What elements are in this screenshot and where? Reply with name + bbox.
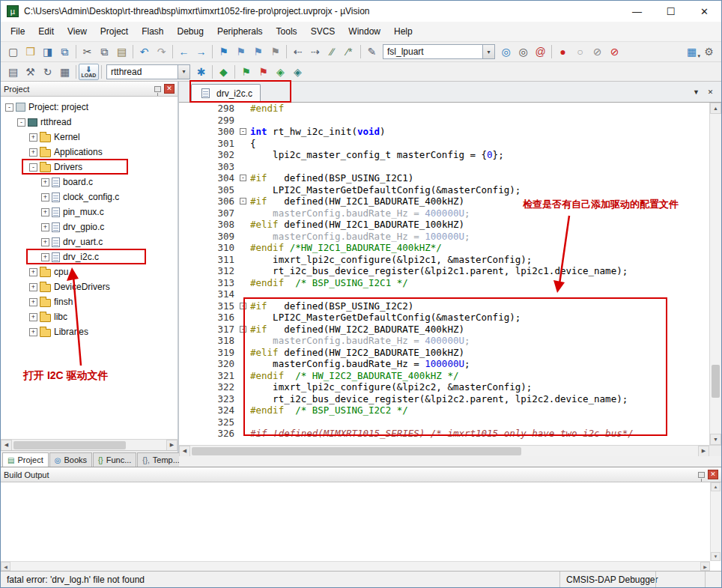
scroll-thumb[interactable] (712, 365, 720, 398)
scroll-left-icon[interactable]: ◀ (179, 446, 190, 457)
panel-tab-project[interactable]: ▤Project (2, 452, 49, 467)
scroll-up-icon[interactable]: ▲ (711, 482, 721, 491)
code-line[interactable]: 304-#if defined(BSP_USING_I2C1) (179, 172, 709, 184)
disable-all-breakpoints-icon[interactable]: ⊘ (589, 43, 606, 60)
build-icon[interactable]: ⚒ (22, 64, 39, 80)
rebuild-icon[interactable]: ↻ (39, 64, 56, 80)
configure-icon[interactable]: ⚙ (700, 43, 718, 60)
code-line[interactable]: 300-int rt_hw_i2c_init(void) (179, 126, 709, 138)
cut-icon[interactable]: ✂ (79, 43, 96, 60)
code-line[interactable]: 308#elif defined(HW_I2C1_BADURATE_100kHZ… (179, 219, 709, 231)
close-button[interactable]: ✕ (688, 1, 721, 22)
manage-rte-icon[interactable]: ◆ (215, 64, 232, 80)
comment-icon[interactable]: ∕∕ (324, 43, 341, 60)
tree-item-finsh[interactable]: +finsh (1, 294, 178, 309)
code-line[interactable]: 298#endif (179, 103, 709, 115)
tree-expander-icon[interactable]: + (29, 283, 37, 291)
code-editor[interactable]: 298#endif299300-int rt_hw_i2c_init(void)… (179, 103, 721, 445)
code-line[interactable]: 316 LPI2C_MasterGetDefaultConfig(&master… (179, 312, 709, 324)
code-area[interactable]: 298#endif299300-int rt_hw_i2c_init(void)… (179, 103, 709, 445)
search-combo-value[interactable]: fsl_lpuart (383, 45, 482, 58)
fold-margin[interactable] (237, 242, 250, 254)
kill-all-breakpoints-icon[interactable]: ⊘ (606, 43, 623, 60)
fold-margin[interactable] (237, 347, 250, 359)
tree-expander-icon[interactable]: + (29, 298, 37, 306)
bookmark-clear-icon[interactable]: ⚑ (267, 43, 284, 60)
fold-margin[interactable] (237, 416, 250, 428)
new-file-icon[interactable]: ▢ (4, 43, 22, 60)
menu-project[interactable]: Project (94, 22, 135, 40)
code-line[interactable]: 321#endif /* HW_I2C2_BADURATE_400kHZ */ (179, 370, 709, 382)
insert-breakpoint-icon[interactable]: ● (554, 43, 571, 60)
fold-margin[interactable] (237, 115, 250, 127)
find-icon[interactable]: ◎ (515, 43, 532, 60)
fold-margin[interactable] (237, 381, 250, 393)
fold-margin[interactable] (237, 288, 250, 300)
navigate-back-icon[interactable]: ← (175, 43, 192, 60)
bookmark-toggle-icon[interactable]: ⚑ (215, 43, 232, 60)
panel-tab-temp[interactable]: {},Temp... (137, 452, 185, 467)
pin-icon[interactable] (154, 86, 161, 92)
search-combo[interactable]: fsl_lpuart▾ (383, 44, 495, 59)
tree-expander-icon[interactable]: + (29, 313, 37, 321)
panel-tab-books[interactable]: ◎Books (49, 452, 92, 467)
fold-collapse-icon[interactable]: - (240, 175, 246, 181)
scroll-right-icon[interactable]: ▶ (700, 562, 710, 571)
fold-margin[interactable] (237, 335, 250, 347)
debug-flag-red-icon[interactable]: ⚑ (255, 64, 272, 80)
fold-margin[interactable] (237, 312, 250, 324)
bookmark-prev-icon[interactable]: ⚑ (232, 43, 249, 60)
scroll-thumb[interactable] (192, 447, 521, 455)
tree-expander-icon[interactable]: + (29, 133, 37, 142)
translate-icon[interactable]: ▤ (4, 64, 22, 80)
build-output-vscrollbar[interactable]: ▲ ▼ (710, 482, 721, 561)
outdent-icon[interactable]: ⇠ (289, 43, 306, 60)
fold-margin[interactable] (237, 254, 250, 266)
find-symbol-icon[interactable]: @ (532, 43, 549, 60)
flash-download-icon[interactable]: LOAD (79, 64, 99, 80)
fold-margin[interactable] (237, 161, 250, 173)
scroll-right-icon[interactable]: ▶ (698, 446, 709, 457)
code-line[interactable]: 299 (179, 115, 709, 127)
code-line[interactable]: 317-#if defined(HW_I2C2_BADURATE_400kHZ) (179, 324, 709, 336)
batch-build-icon[interactable]: ▦ (56, 64, 73, 80)
tree-expander-icon[interactable]: + (41, 208, 49, 216)
bookmark-next-icon[interactable]: ⚑ (249, 43, 267, 60)
save-all-icon[interactable]: ⧉ (56, 43, 73, 60)
fold-margin[interactable] (237, 277, 250, 289)
code-line[interactable]: 303 (179, 161, 709, 173)
editor-hscrollbar[interactable]: ◀ ▶ (179, 445, 721, 456)
menu-file[interactable]: File (4, 22, 31, 40)
code-line[interactable]: 326#if !defined(MIMXRT1015_SERIES) /* im… (179, 428, 709, 440)
code-line[interactable]: 325 (179, 416, 709, 428)
target-select-combo-value[interactable]: rtthread (107, 65, 178, 79)
tree-expander-icon[interactable]: + (41, 253, 49, 261)
code-line[interactable]: 315-#if defined(BSP_USING_I2C2) (179, 300, 709, 312)
undo-icon[interactable]: ↶ (136, 43, 153, 60)
scroll-left-icon[interactable]: ◀ (1, 562, 10, 571)
menu-window[interactable]: Window (342, 22, 387, 40)
scroll-up-icon[interactable]: ▲ (710, 103, 721, 114)
tree-item-clock-config-c[interactable]: +clock_config.c (1, 190, 178, 204)
fold-margin[interactable] (237, 358, 250, 370)
debug-flag-green-icon[interactable]: ⚑ (237, 64, 255, 80)
tree-item-project-project[interactable]: -Project: project (1, 100, 178, 115)
code-line[interactable]: 310#endif /*HW_I2C1_BADURATE_400kHZ*/ (179, 242, 709, 254)
tree-item-drv-uart-c[interactable]: +drv_uart.c (1, 234, 178, 249)
fold-collapse-icon[interactable]: - (240, 198, 246, 204)
tree-expander-icon[interactable]: - (29, 163, 37, 172)
tab-list-icon[interactable]: ▼ (690, 86, 703, 98)
copy-icon[interactable]: ⧉ (96, 43, 113, 60)
redo-icon[interactable]: ↷ (153, 43, 170, 60)
tree-item-rtthread[interactable]: -rtthread (1, 115, 178, 130)
chevron-down-icon[interactable]: ▾ (482, 45, 494, 58)
tree-expander-icon[interactable]: + (29, 328, 37, 336)
code-line[interactable]: 309 masterConfig.baudRate_Hz = 100000U; (179, 231, 709, 243)
menu-flash[interactable]: Flash (135, 22, 170, 40)
code-line[interactable]: 311 imxrt_lpi2c_configure(&lpi2c1, &mast… (179, 254, 709, 266)
document-tab-drv-i2c[interactable]: drv_i2c.c (191, 84, 261, 102)
fold-margin[interactable] (237, 138, 250, 150)
code-line[interactable]: 314 (179, 288, 709, 300)
tree-item-drv-i2c-c[interactable]: +drv_i2c.c (1, 249, 178, 264)
maximize-button[interactable]: ☐ (654, 1, 688, 22)
